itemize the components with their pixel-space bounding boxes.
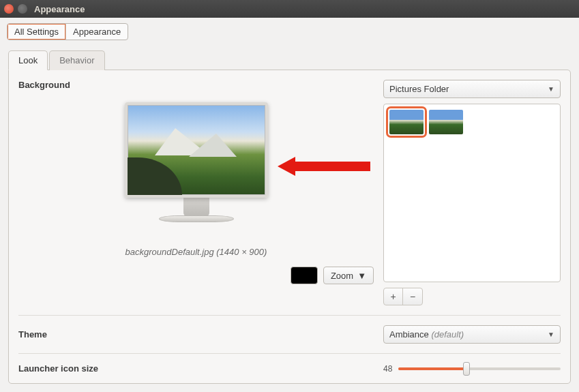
- thumb-add-remove: + −: [383, 288, 423, 305]
- wallpaper-thumb-grid[interactable]: [383, 104, 561, 282]
- add-wallpaper-button[interactable]: +: [384, 288, 403, 305]
- background-color-swatch[interactable]: [291, 267, 318, 284]
- slider-thumb[interactable]: [463, 362, 470, 376]
- theme-dropdown[interactable]: Ambiance (default) ▼: [383, 325, 561, 344]
- breadcrumb-appearance[interactable]: Appearance: [66, 24, 128, 40]
- arrow-annotation: [278, 153, 373, 180]
- wallpaper-caption: backgroundDefault.jpg (1440 × 900): [125, 247, 267, 257]
- theme-label: Theme: [18, 329, 383, 340]
- wallpaper-thumb[interactable]: [389, 110, 424, 134]
- tabstrip: Look Behavior: [8, 50, 571, 70]
- launcher-size-value: 48: [383, 364, 396, 374]
- wallpaper-preview: backgroundDefault.jpg (1440 × 900): [18, 95, 374, 257]
- tab-look[interactable]: Look: [8, 50, 48, 70]
- minimize-icon[interactable]: [18, 4, 27, 14]
- close-icon[interactable]: [4, 4, 14, 14]
- background-label: Background: [18, 80, 374, 90]
- tab-behavior[interactable]: Behavior: [49, 50, 104, 70]
- chevron-down-icon: ▼: [548, 331, 554, 338]
- monitor-screen: [125, 102, 268, 198]
- breadcrumb-all-settings[interactable]: All Settings: [8, 24, 66, 40]
- picture-source-value: Pictures Folder: [389, 84, 449, 94]
- breadcrumb: All Settings Appearance: [7, 23, 128, 40]
- picture-source-dropdown[interactable]: Pictures Folder ▼: [383, 80, 561, 98]
- window-title: Appearance: [34, 4, 85, 14]
- chevron-down-icon: ▼: [357, 271, 366, 281]
- zoom-label: Zoom: [331, 271, 353, 281]
- chevron-down-icon: ▼: [548, 85, 554, 93]
- wallpaper-thumb[interactable]: [429, 110, 463, 134]
- breadcrumb-bar: All Settings Appearance: [0, 18, 579, 44]
- remove-wallpaper-button[interactable]: −: [403, 288, 422, 305]
- titlebar: Appearance: [0, 0, 579, 18]
- look-panel: Background backgroundDefault.jpg (1440 ×…: [8, 70, 571, 384]
- theme-value: Ambiance (default): [389, 329, 464, 340]
- launcher-size-label: Launcher icon size: [18, 363, 383, 374]
- zoom-dropdown[interactable]: Zoom ▼: [323, 267, 374, 284]
- launcher-size-slider[interactable]: [398, 367, 561, 370]
- svg-marker-0: [278, 157, 370, 176]
